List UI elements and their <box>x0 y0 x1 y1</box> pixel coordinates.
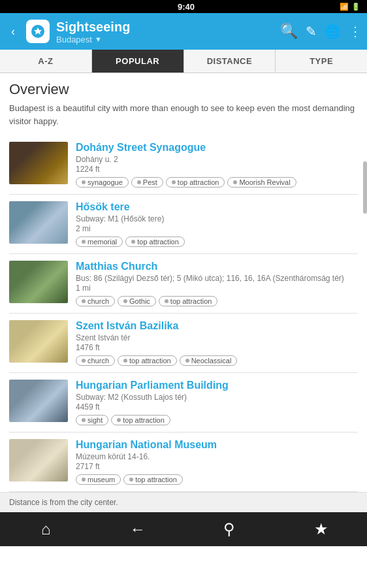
tag: Pest <box>131 177 163 188</box>
content-area: Overview Budapest is a beautiful city wi… <box>0 73 367 492</box>
battery-icon: 🔋 <box>351 3 360 11</box>
edit-icon[interactable]: ✎ <box>306 24 317 39</box>
scroll-indicator <box>363 161 367 214</box>
tag: museum <box>76 474 121 485</box>
tab-az[interactable]: A-Z <box>0 50 92 73</box>
tag: top attraction <box>118 355 177 366</box>
attraction-image <box>9 320 68 363</box>
attraction-item[interactable]: Hungarian Parliament BuildingSubway: M2 … <box>9 373 358 433</box>
attraction-image <box>9 261 68 303</box>
attraction-distance: 4459 ft <box>76 402 358 412</box>
attraction-subtitle: Szent István tér <box>76 333 358 342</box>
attraction-info: Hungarian Parliament BuildingSubway: M2 … <box>76 380 358 425</box>
attraction-subtitle: Bus: 86 (Szilágyi Dezső tér); 5 (Mikó ut… <box>76 274 358 283</box>
wifi-icon: 📶 <box>340 3 349 11</box>
tag: top attraction <box>166 177 225 188</box>
bottom-nav: ⌂←⚲★ <box>0 512 367 546</box>
tag: top attraction <box>125 237 185 247</box>
attraction-tags: synagoguePesttop attractionMoorish Reviv… <box>76 177 358 188</box>
tab-popular[interactable]: POPULAR <box>92 50 184 73</box>
attraction-tags: sighttop attraction <box>76 415 358 425</box>
attraction-image <box>9 380 68 422</box>
header-title-block: Sightseeing Budapest ▼ <box>56 19 274 44</box>
attraction-name: Dohány Street Synagogue <box>76 142 358 154</box>
footer-note: Distance is from the city center. <box>0 492 367 512</box>
attraction-subtitle: Subway: M2 (Kossuth Lajos tér) <box>76 393 358 402</box>
attraction-info: Matthias ChurchBus: 86 (Szilágyi Dezső t… <box>76 261 358 306</box>
app-subtitle: Budapest ▼ <box>56 35 274 44</box>
favorite-button[interactable]: ★ <box>276 512 368 546</box>
tag: memorial <box>76 237 123 247</box>
attraction-image <box>9 142 68 184</box>
tag: Gothic <box>118 296 156 306</box>
dropdown-arrow-icon: ▼ <box>95 35 102 43</box>
attraction-subtitle: Subway: M1 (Hősök tere) <box>76 214 358 223</box>
attraction-name: Hősök tere <box>76 201 358 213</box>
attraction-item[interactable]: Szent István BazilikaSzent István tér147… <box>9 314 358 373</box>
search-button[interactable]: ⚲ <box>184 512 276 546</box>
back-button[interactable]: ← <box>92 512 184 546</box>
header-actions: 🔍 ✎ 🌐 ⋮ <box>280 23 360 40</box>
tag: Moorish Revival <box>227 177 296 188</box>
attraction-image <box>9 201 68 244</box>
attraction-info: Szent István BazilikaSzent István tér147… <box>76 320 358 366</box>
attraction-item[interactable]: Hősök tereSubway: M1 (Hősök tere)2 mimem… <box>9 195 358 254</box>
attraction-tags: churchtop attractionNeoclassical <box>76 355 358 366</box>
status-time: 9:40 <box>33 2 340 12</box>
tag: top attraction <box>159 296 218 306</box>
attraction-info: Hungarian National MuseumMúzeum körút 14… <box>76 439 358 485</box>
attraction-distance: 1476 ft <box>76 343 358 352</box>
back-button[interactable]: ‹ <box>7 25 20 39</box>
tag: church <box>76 355 115 366</box>
attraction-distance: 2717 ft <box>76 462 358 471</box>
attraction-distance: 1 mi <box>76 284 358 293</box>
overview-description: Budapest is a beautiful city with more t… <box>9 102 358 127</box>
more-icon[interactable]: ⋮ <box>349 24 360 39</box>
attraction-distance: 2 mi <box>76 224 358 233</box>
globe-icon[interactable]: 🌐 <box>325 24 341 39</box>
attraction-subtitle: Dohány u. 2 <box>76 155 358 164</box>
status-icons: 📶 🔋 <box>340 3 360 11</box>
app-header: ‹ Sightseeing Budapest ▼ 🔍 ✎ 🌐 ⋮ <box>0 13 367 50</box>
tag: top attraction <box>111 415 170 425</box>
attractions-list: Dohány Street SynagogueDohány u. 21224 f… <box>9 135 358 492</box>
attraction-image <box>9 439 68 482</box>
app-icon <box>26 20 50 43</box>
attraction-item[interactable]: Hungarian National MuseumMúzeum körút 14… <box>9 433 358 492</box>
attraction-distance: 1224 ft <box>76 165 358 174</box>
main-content: Overview Budapest is a beautiful city wi… <box>0 73 367 492</box>
attraction-name: Matthias Church <box>76 261 358 272</box>
tag: top attraction <box>123 474 183 485</box>
home-button[interactable]: ⌂ <box>0 512 92 546</box>
tag: synagogue <box>76 177 129 188</box>
status-bar: 9:40 📶 🔋 <box>0 0 367 13</box>
attraction-info: Dohány Street SynagogueDohány u. 21224 f… <box>76 142 358 188</box>
attraction-name: Hungarian National Museum <box>76 439 358 451</box>
tabs-bar: A-ZPOPULARDISTANCETYPE <box>0 50 367 73</box>
attraction-item[interactable]: Matthias ChurchBus: 86 (Szilágyi Dezső t… <box>9 254 358 314</box>
attraction-item[interactable]: Dohány Street SynagogueDohány u. 21224 f… <box>9 135 358 195</box>
attraction-tags: memorialtop attraction <box>76 237 358 247</box>
attraction-name: Hungarian Parliament Building <box>76 380 358 391</box>
tag: church <box>76 296 115 306</box>
attraction-subtitle: Múzeum körút 14-16. <box>76 452 358 461</box>
attraction-info: Hősök tereSubway: M1 (Hősök tere)2 mimem… <box>76 201 358 247</box>
attraction-tags: museumtop attraction <box>76 474 358 485</box>
tab-distance[interactable]: DISTANCE <box>184 50 276 73</box>
app-title: Sightseeing <box>56 19 274 35</box>
tab-type[interactable]: TYPE <box>276 50 367 73</box>
attraction-name: Szent István Bazilika <box>76 320 358 332</box>
attraction-tags: churchGothictop attraction <box>76 296 358 306</box>
search-icon[interactable]: 🔍 <box>280 23 298 40</box>
tag: Neoclassical <box>180 355 238 366</box>
overview-title: Overview <box>9 81 358 98</box>
tag: sight <box>76 415 108 425</box>
